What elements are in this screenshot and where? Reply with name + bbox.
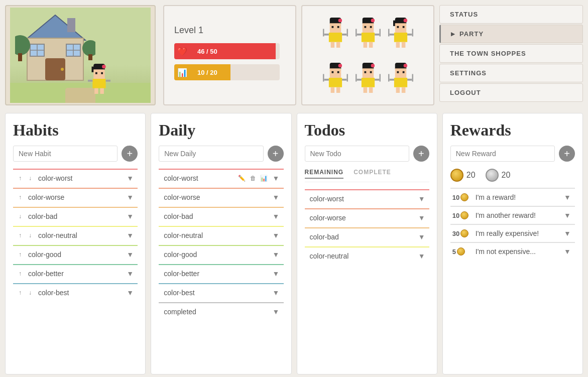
nav-item-settings[interactable]: SETTINGS (439, 64, 583, 82)
daily-best-menu[interactable]: ▼ (271, 287, 282, 298)
rewards-add-button[interactable]: + (559, 146, 575, 162)
daily-worst-trash-icon[interactable]: 🗑 (249, 174, 258, 183)
reward-1-menu[interactable]: ▼ (562, 192, 573, 203)
habit-worst-menu[interactable]: ▼ (125, 173, 136, 184)
todo-neutral-menu[interactable]: ▼ (416, 250, 427, 262)
habit-better-up[interactable]: ↑ (15, 269, 25, 279)
nav-party-label: PARTY (459, 30, 484, 38)
daily-worse-menu[interactable]: ▼ (271, 192, 282, 203)
reward-cost-1: 10 (452, 193, 473, 201)
habit-worst-down[interactable]: ↓ (25, 173, 35, 183)
reward-cost-coin-4 (457, 247, 465, 256)
svg-point-57 (403, 19, 407, 23)
exp-icon: 📊 (174, 64, 190, 80)
svg-rect-43 (370, 26, 372, 28)
todo-neutral-label: color-neutral (307, 252, 416, 260)
habit-item-better: ↑ color-better ▼ (13, 264, 138, 282)
todo-item-worse: color-worse ▼ (305, 208, 429, 226)
habits-column: Habits + ↑ ↓ color-worst ▼ ↑ color-worse… (5, 113, 146, 374)
svg-rect-37 (342, 34, 346, 36)
svg-rect-24 (88, 80, 92, 82)
nav-item-shoppes[interactable]: THE TOWN SHOPPES (439, 44, 583, 63)
rewards-input[interactable] (450, 146, 555, 162)
habits-add-row: + (13, 146, 138, 162)
daily-good-label: color-good (161, 250, 270, 259)
habits-add-button[interactable]: + (122, 146, 138, 162)
tab-remaining[interactable]: REMAINING (305, 169, 344, 179)
habit-worse-menu[interactable]: ▼ (125, 192, 136, 203)
svg-rect-68 (337, 71, 339, 73)
daily-bad-menu[interactable]: ▼ (271, 211, 282, 222)
reward-cost-num-4: 5 (452, 248, 456, 256)
habit-worse-up[interactable]: ↑ (15, 192, 25, 202)
exp-bar-fill: 10 / 20 (190, 64, 230, 80)
exp-bar-container: 📊 10 / 20 (174, 64, 285, 80)
svg-rect-18 (95, 72, 97, 74)
reward-4-menu[interactable]: ▼ (562, 246, 573, 257)
habit-neutral-up[interactable]: ↑ (15, 230, 25, 240)
daily-good-menu[interactable]: ▼ (271, 249, 282, 260)
avatar-scene (10, 8, 151, 103)
party-char-icon-1 (323, 18, 348, 48)
habit-item-bad: ↓ color-bad ▼ (13, 207, 138, 225)
habit-best-menu[interactable]: ▼ (125, 287, 136, 298)
habit-best-up[interactable]: ↑ (15, 288, 25, 298)
habit-best-down[interactable]: ↓ (25, 288, 35, 298)
tab-complete[interactable]: COMPLETE (354, 169, 391, 179)
habit-good-up[interactable]: ↑ (15, 249, 25, 260)
todos-add-button[interactable]: + (413, 146, 429, 162)
exp-bar-wrapper: 📊 10 / 20 (174, 64, 280, 80)
nav-party-arrow: ▶ (451, 31, 455, 37)
nav-panel: STATUS ▶ PARTY THE TOWN SHOPPES SETTINGS… (437, 0, 588, 110)
daily-worst-edit-icon[interactable]: ✏️ (238, 174, 247, 183)
todos-add-row: + (305, 146, 429, 162)
reward-2-menu[interactable]: ▼ (562, 210, 573, 221)
daily-input[interactable] (159, 146, 263, 162)
daily-completed-menu[interactable]: ▼ (271, 306, 282, 317)
reward-cost-3: 30 (452, 229, 473, 237)
reward-cost-num-3: 30 (452, 230, 459, 237)
hp-bar-wrapper: ❤️ 46 / 50 (174, 43, 280, 59)
party-member-2 (353, 15, 383, 50)
todo-item-bad: color-bad ▼ (305, 227, 429, 245)
svg-point-32 (338, 19, 342, 23)
todo-bad-menu[interactable]: ▼ (416, 231, 427, 242)
habit-worst-up[interactable]: ↑ (15, 173, 25, 183)
nav-item-status[interactable]: STATUS (439, 5, 583, 24)
daily-worst-chart-icon[interactable]: 📊 (260, 174, 269, 183)
nav-item-logout[interactable]: LOGOUT (439, 83, 583, 102)
reward-item-1[interactable]: 10 I'm a reward! ▼ (450, 188, 575, 206)
todo-worse-menu[interactable]: ▼ (416, 212, 427, 223)
todo-worst-menu[interactable]: ▼ (416, 193, 427, 204)
reward-item-2[interactable]: 10 I'm another reward! ▼ (450, 206, 575, 224)
habits-input[interactable] (13, 146, 117, 162)
habit-good-menu[interactable]: ▼ (125, 249, 136, 260)
todos-input[interactable] (305, 146, 409, 162)
party-member-4 (320, 60, 350, 95)
svg-point-4 (61, 68, 64, 71)
todo-item-neutral: color-neutral ▼ (305, 246, 429, 265)
reward-item-4[interactable]: 5 I'm not expensive... ▼ (450, 242, 575, 260)
daily-better-menu[interactable]: ▼ (271, 268, 282, 279)
reward-cost-2: 10 (452, 211, 473, 219)
reward-item-3[interactable]: 30 I'm really expensive! ▼ (450, 224, 575, 242)
svg-rect-96 (401, 87, 405, 93)
reward-cost-num-2: 10 (452, 212, 459, 219)
habit-bad-down[interactable]: ↓ (15, 211, 25, 221)
habit-neutral-down[interactable]: ↓ (25, 230, 35, 240)
daily-add-button[interactable]: + (268, 146, 284, 162)
habit-neutral-menu[interactable]: ▼ (125, 230, 136, 241)
reward-cost-coin-1 (460, 193, 468, 201)
svg-rect-48 (357, 34, 361, 36)
habit-better-menu[interactable]: ▼ (125, 268, 136, 279)
stats-panel: Level 1 ❤️ 46 / 50 📊 10 / 20 (163, 5, 296, 105)
daily-worst-menu[interactable]: ▼ (271, 173, 282, 184)
reward-name-2: I'm another reward! (476, 211, 559, 219)
habit-bad-menu[interactable]: ▼ (125, 211, 136, 222)
svg-rect-95 (396, 87, 400, 93)
nav-item-party[interactable]: ▶ PARTY (439, 25, 583, 43)
reward-3-menu[interactable]: ▼ (562, 228, 573, 239)
daily-neutral-menu[interactable]: ▼ (271, 230, 282, 241)
habit-bad-label: color-bad (25, 212, 125, 220)
svg-rect-75 (323, 74, 324, 82)
